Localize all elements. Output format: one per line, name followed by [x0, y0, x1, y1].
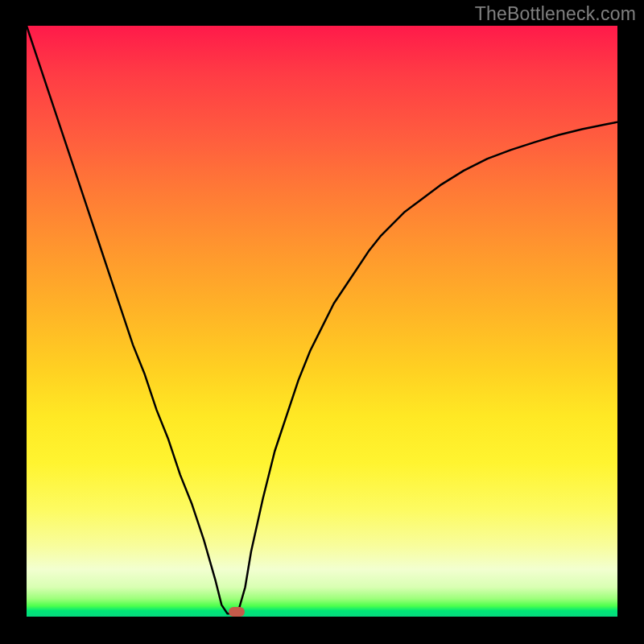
chart-frame: TheBottleneck.com [0, 0, 644, 644]
curve-svg [27, 26, 617, 617]
curve-path [27, 26, 617, 613]
optimal-point-marker [229, 607, 245, 617]
watermark-text: TheBottleneck.com [475, 3, 636, 25]
